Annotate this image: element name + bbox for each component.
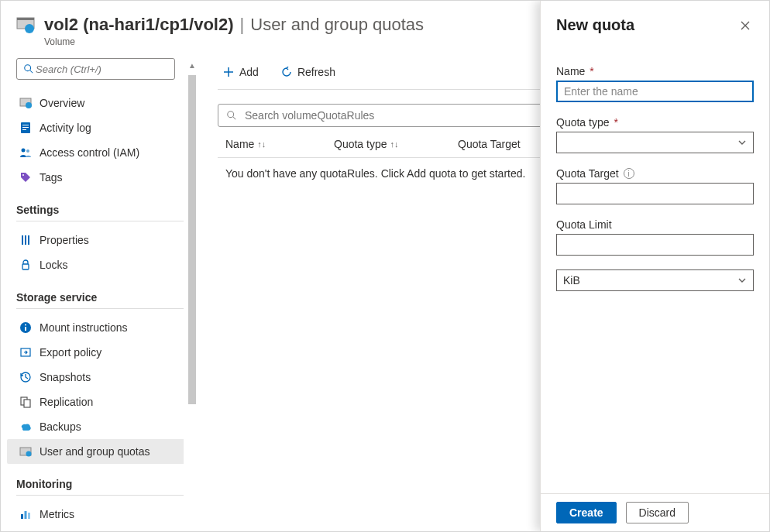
breadcrumb: vol2 (na-hari1/cp1/vol2)	[44, 15, 234, 35]
nav-export-policy[interactable]: Export policy	[16, 340, 184, 365]
field-quota-target: Quota Target i	[556, 167, 754, 204]
svg-rect-15	[25, 235, 26, 245]
svg-point-30	[228, 112, 234, 118]
svg-rect-17	[22, 264, 29, 269]
nav-locks[interactable]: Locks	[16, 252, 184, 277]
info-circle-icon	[19, 321, 32, 334]
label-quota-target: Quota Target i	[556, 167, 754, 180]
select-value: KiB	[563, 274, 580, 287]
nav-group-storage: Storage service	[16, 291, 184, 304]
nav-group-monitoring: Monitoring	[16, 478, 184, 490]
left-pane: « Overview Activity log	[1, 52, 196, 527]
nav-access-control[interactable]: Access control (IAM)	[16, 140, 184, 165]
search-icon	[226, 110, 237, 121]
quota-limit-input[interactable]	[556, 234, 754, 256]
svg-point-3	[25, 65, 31, 71]
field-quota-type: Quota type*	[556, 116, 754, 153]
label-quota-limit: Quota Limit	[556, 218, 754, 231]
sort-icon: ↑↓	[257, 139, 266, 149]
nav-snapshots[interactable]: Snapshots	[16, 365, 184, 390]
nav-metrics[interactable]: Metrics	[16, 502, 184, 527]
nav-mount-instructions[interactable]: Mount instructions	[16, 315, 184, 340]
col-quota-type[interactable]: Quota type ↑↓	[334, 138, 458, 150]
nav-label: Properties	[40, 234, 89, 246]
name-input[interactable]	[556, 81, 754, 102]
replication-icon	[19, 396, 32, 408]
nav-group-settings: Settings	[16, 204, 184, 216]
nav-user-group-quotas[interactable]: User and group quotas	[7, 439, 184, 464]
svg-point-13	[22, 174, 24, 176]
nav-scrollbar[interactable]: ▲	[184, 52, 196, 527]
svg-rect-8	[22, 125, 29, 125]
nav-overview[interactable]: Overview	[16, 91, 184, 115]
svg-line-31	[233, 117, 236, 120]
discard-button[interactable]: Discard	[626, 502, 689, 523]
nav-search-input[interactable]	[34, 63, 168, 76]
svg-rect-14	[22, 235, 23, 245]
svg-rect-10	[22, 129, 26, 130]
quota-target-input[interactable]	[556, 183, 754, 204]
col-name[interactable]: Name ↑↓	[218, 138, 334, 150]
people-icon	[19, 146, 32, 159]
close-icon	[740, 20, 751, 31]
field-name: Name*	[556, 65, 754, 102]
tag-icon	[19, 171, 32, 184]
chevron-down-icon	[737, 276, 747, 285]
nav-backups[interactable]: Backups	[16, 414, 184, 439]
page-section: User and group quotas	[250, 15, 424, 35]
svg-rect-16	[28, 235, 29, 245]
label-quota-type: Quota type*	[556, 116, 754, 129]
nav-properties[interactable]: Properties	[16, 228, 184, 252]
volume-icon	[16, 15, 35, 34]
label-name: Name*	[556, 65, 754, 77]
backup-icon	[19, 420, 32, 433]
svg-rect-19	[25, 327, 26, 331]
svg-rect-29	[28, 513, 30, 519]
nav-label: Overview	[40, 97, 84, 109]
field-quota-unit: KiB	[556, 269, 754, 291]
panel-footer: Create Discard	[541, 493, 769, 531]
chevron-down-icon	[737, 138, 747, 147]
scroll-thumb[interactable]	[188, 75, 196, 404]
nav-search-row: «	[16, 58, 184, 80]
quota-icon	[19, 445, 32, 458]
svg-point-2	[25, 24, 34, 33]
refresh-label: Refresh	[297, 66, 335, 78]
properties-icon	[19, 234, 32, 246]
scroll-up-arrow[interactable]: ▲	[188, 61, 196, 70]
nav-activity-log[interactable]: Activity log	[16, 115, 184, 140]
nav-label: Access control (IAM)	[40, 146, 139, 159]
close-panel-button[interactable]	[737, 17, 754, 34]
quota-unit-select[interactable]: KiB	[556, 269, 754, 291]
svg-point-20	[25, 324, 26, 326]
new-quota-panel: New quota Name* Quota type* Quota Target	[540, 1, 769, 531]
nav-search-box[interactable]	[16, 58, 175, 80]
nav-column: « Overview Activity log	[1, 52, 184, 527]
svg-point-12	[26, 149, 29, 153]
nav-label: Export policy	[40, 346, 101, 359]
lock-icon	[19, 259, 32, 271]
nav-replication[interactable]: Replication	[16, 390, 184, 414]
panel-header: New quota	[556, 16, 754, 34]
svg-line-4	[30, 70, 33, 74]
create-button[interactable]: Create	[556, 502, 617, 523]
info-icon[interactable]: i	[624, 168, 634, 179]
export-icon	[19, 346, 32, 359]
refresh-icon	[280, 66, 293, 78]
refresh-button[interactable]: Refresh	[276, 63, 340, 81]
add-button[interactable]: Add	[218, 63, 263, 81]
quota-type-select[interactable]	[556, 132, 754, 153]
nav-label: Tags	[40, 171, 63, 184]
svg-rect-24	[24, 400, 30, 407]
nav-label: Locks	[40, 259, 68, 271]
panel-title: New quota	[556, 16, 634, 34]
nav-label: Replication	[40, 396, 93, 408]
nav-label: Mount instructions	[40, 321, 128, 334]
nav-tags[interactable]: Tags	[16, 165, 184, 190]
svg-point-6	[26, 102, 32, 108]
svg-rect-28	[25, 511, 27, 519]
add-label: Add	[239, 66, 259, 78]
field-quota-limit: Quota Limit	[556, 218, 754, 256]
svg-rect-1	[17, 18, 34, 20]
activity-log-icon	[19, 122, 32, 134]
